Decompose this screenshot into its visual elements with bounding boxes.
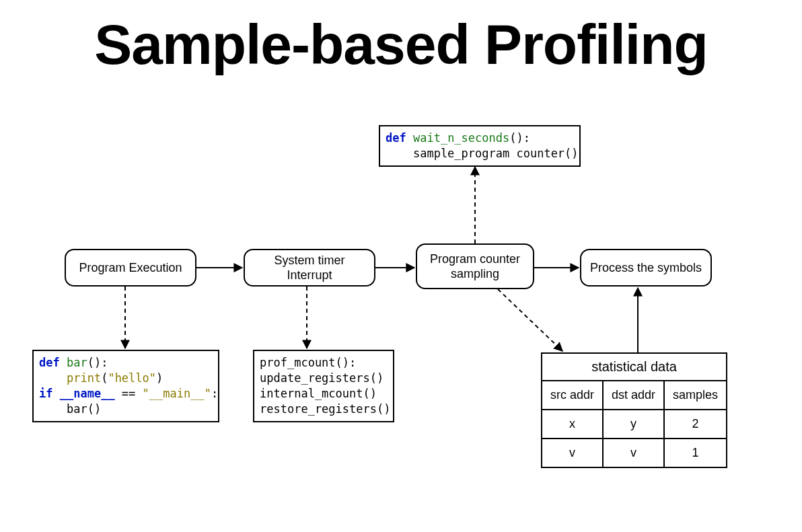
table-cell: x bbox=[542, 410, 603, 439]
node-process-symbols: Process the symbols bbox=[580, 249, 712, 287]
code-kw: def bbox=[39, 356, 60, 369]
table-cell: 1 bbox=[664, 439, 727, 467]
table-header: src addr bbox=[542, 381, 603, 410]
code-text: : bbox=[211, 387, 218, 400]
code-text: == bbox=[115, 387, 143, 400]
code-text: (): bbox=[509, 131, 530, 145]
code-prof-mcount: prof_mcount(): update_registers() intern… bbox=[253, 350, 394, 422]
code-bar-main: def bar(): print("hello") if __name__ ==… bbox=[32, 350, 219, 422]
code-str: "hello" bbox=[108, 371, 156, 385]
node-label: Program Execution bbox=[79, 260, 182, 276]
code-wait-n-seconds: def wait_n_seconds(): sample_program cou… bbox=[379, 125, 581, 167]
node-program-counter-sampling: Program counter sampling bbox=[416, 243, 534, 289]
node-label: Program counter sampling bbox=[430, 252, 520, 282]
arrow-pcs-to-table bbox=[498, 289, 562, 351]
code-kw: if bbox=[39, 387, 52, 400]
node-system-timer-interrupt: System timer Interrupt bbox=[244, 249, 375, 287]
node-label: Process the symbols bbox=[590, 260, 702, 276]
code-kw: def bbox=[386, 131, 406, 145]
table-row: v v 1 bbox=[542, 439, 727, 467]
code-fn: wait_n_seconds bbox=[406, 131, 510, 145]
code-fn-call: print bbox=[67, 371, 101, 385]
table-header: samples bbox=[664, 381, 727, 410]
code-var: __name__ bbox=[60, 387, 115, 400]
slide-title: Sample-based Profiling bbox=[0, 12, 802, 77]
code-text: update_registers() bbox=[260, 371, 384, 385]
code-text: sample_program counter() bbox=[386, 147, 579, 160]
code-text bbox=[39, 371, 67, 385]
code-fn: bar bbox=[60, 356, 87, 369]
table-cell: y bbox=[603, 410, 664, 439]
table-header: dst addr bbox=[603, 381, 664, 410]
code-text: ) bbox=[156, 371, 163, 385]
code-text: prof_mcount(): bbox=[260, 356, 356, 369]
node-program-execution: Program Execution bbox=[65, 249, 196, 287]
table-cell: 2 bbox=[664, 410, 727, 439]
table-cell: v bbox=[603, 439, 664, 467]
code-text: bar() bbox=[39, 402, 101, 416]
code-text: ( bbox=[101, 371, 108, 385]
code-str: "__main__" bbox=[143, 387, 211, 400]
code-text: restore_registers() bbox=[260, 402, 390, 416]
node-label: System timer Interrupt bbox=[250, 253, 369, 283]
table-statistical-data: statistical data src addr dst addr sampl… bbox=[541, 352, 727, 468]
table-row: x y 2 bbox=[542, 410, 727, 439]
code-text bbox=[52, 387, 59, 400]
table-cell: v bbox=[542, 439, 603, 467]
code-text: internal_mcount() bbox=[260, 387, 377, 400]
code-text: (): bbox=[87, 356, 108, 369]
table-caption: statistical data bbox=[542, 353, 727, 381]
